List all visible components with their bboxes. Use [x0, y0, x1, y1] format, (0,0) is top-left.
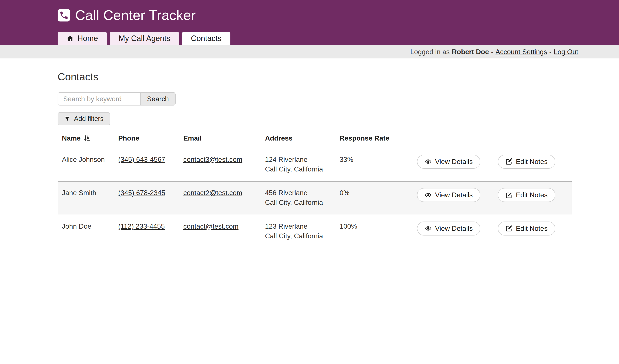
filter-icon [64, 116, 70, 122]
filters-row: Add filters [57, 112, 572, 125]
column-header-response-rate: Response Rate [339, 133, 417, 143]
edit-notes-button[interactable]: Edit Notes [498, 155, 555, 169]
table-header-row: Name Phone Email Address Response Rate [57, 128, 572, 148]
logged-in-prefix: Logged in as [410, 48, 450, 56]
separator: - [549, 48, 551, 56]
tab-label: My Call Agents [119, 34, 170, 43]
nav-tabs: Home My Call Agents Contacts [57, 32, 230, 45]
session-bar: Logged in as Robert Doe - Account Settin… [0, 45, 619, 58]
search-button[interactable]: Search [140, 92, 176, 106]
page-title: Contacts [57, 71, 572, 83]
home-icon [67, 35, 74, 42]
response-rate-value: 33% [339, 155, 417, 164]
add-filters-label: Add filters [74, 115, 104, 123]
tab-label: Contacts [191, 34, 221, 43]
brand-title: Call Center Tracker [75, 7, 196, 23]
contact-address: 123 Riverlane Call City, California [265, 222, 339, 241]
view-details-label: View Details [435, 158, 473, 166]
edit-icon [506, 225, 512, 232]
view-details-label: View Details [435, 224, 473, 233]
table-row: Jane Smith (345) 678-2345 contact2@test.… [57, 182, 572, 215]
edit-notes-button[interactable]: Edit Notes [498, 188, 555, 202]
brand: Call Center Tracker [57, 7, 196, 23]
column-header-address: Address [265, 133, 339, 143]
tab-my-call-agents[interactable]: My Call Agents [110, 32, 179, 45]
edit-notes-label: Edit Notes [516, 158, 548, 166]
edit-icon [506, 158, 512, 165]
phone-link[interactable]: (345) 678-2345 [118, 189, 165, 196]
tab-contacts[interactable]: Contacts [182, 32, 230, 45]
contact-address: 124 Riverlane Call City, California [265, 155, 339, 174]
logged-in-user: Robert Doe [452, 48, 489, 56]
account-settings-link[interactable]: Account Settings [495, 48, 547, 56]
phone-link[interactable]: (345) 643-4567 [118, 155, 165, 163]
tab-home[interactable]: Home [57, 32, 107, 45]
view-details-button[interactable]: View Details [417, 222, 480, 236]
response-rate-value: 0% [339, 188, 417, 198]
contact-name: Alice Johnson [57, 155, 118, 164]
email-link[interactable]: contact2@test.com [183, 189, 242, 196]
table-row: John Doe (112) 233-4455 contact@test.com… [57, 215, 572, 248]
separator: - [491, 48, 493, 56]
contact-name: Jane Smith [57, 188, 118, 198]
search-input[interactable] [57, 92, 141, 106]
edit-notes-label: Edit Notes [516, 191, 548, 199]
tab-label: Home [77, 34, 98, 43]
contact-address: 456 Riverlane Call City, California [265, 188, 339, 207]
edit-notes-button[interactable]: Edit Notes [498, 222, 555, 236]
table-body: Alice Johnson (345) 643-4567 contact3@te… [57, 148, 572, 248]
eye-icon [425, 192, 432, 198]
view-details-label: View Details [435, 191, 473, 199]
navbar: Call Center Tracker Home My Call Agents … [0, 0, 619, 45]
eye-icon [425, 158, 432, 165]
email-link[interactable]: contact@test.com [183, 222, 239, 230]
contacts-table: Name Phone Email Address Response Rate A… [57, 128, 572, 248]
main-content: Contacts Search Add filters Name [57, 71, 572, 248]
edit-icon [506, 192, 512, 198]
column-header-name[interactable]: Name [57, 133, 118, 143]
view-details-button[interactable]: View Details [417, 155, 480, 169]
column-header-phone: Phone [118, 133, 183, 143]
search-group: Search [57, 92, 572, 106]
email-link[interactable]: contact3@test.com [183, 155, 242, 163]
contact-name: John Doe [57, 222, 118, 231]
add-filters-button[interactable]: Add filters [57, 112, 110, 125]
response-rate-value: 100% [339, 222, 417, 231]
table-row: Alice Johnson (345) 643-4567 contact3@te… [57, 148, 572, 182]
phone-square-icon [57, 9, 70, 21]
sort-amount-down-icon [83, 135, 90, 142]
logout-link[interactable]: Log Out [554, 48, 578, 56]
view-details-button[interactable]: View Details [417, 188, 480, 202]
edit-notes-label: Edit Notes [516, 224, 548, 233]
column-header-email: Email [183, 133, 265, 143]
eye-icon [425, 225, 432, 232]
phone-link[interactable]: (112) 233-4455 [118, 222, 165, 230]
